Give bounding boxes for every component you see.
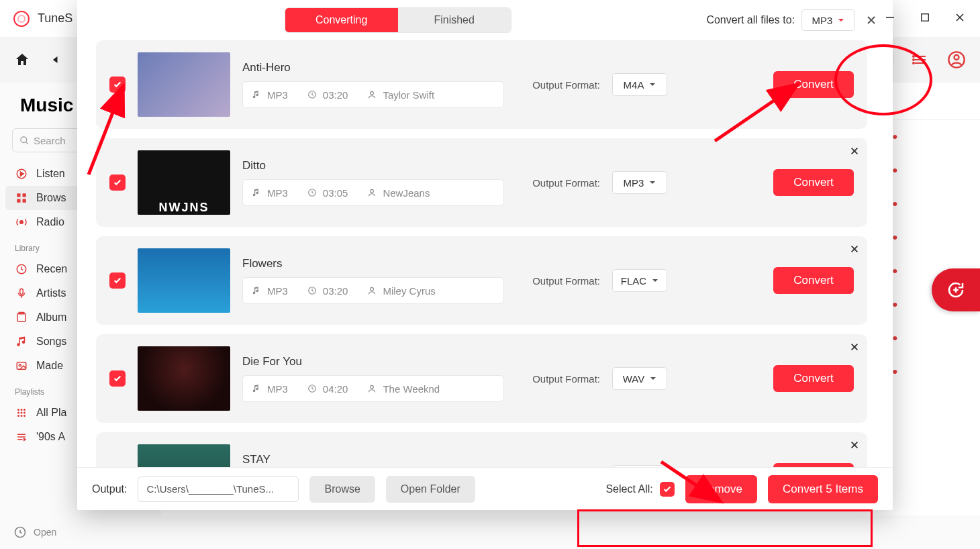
- nav-label: Album: [36, 311, 66, 323]
- select-all[interactable]: Select All:: [605, 482, 674, 497]
- close-modal-button[interactable]: [862, 11, 881, 30]
- minimize-button[interactable]: [882, 9, 898, 26]
- svg-point-8: [21, 136, 27, 142]
- search-icon: [19, 136, 30, 146]
- grid-icon: [15, 192, 28, 204]
- global-format-select[interactable]: MP3: [801, 9, 855, 31]
- track-checkbox[interactable]: [109, 370, 126, 387]
- close-icon: [850, 244, 859, 254]
- convert-all-label: Convert all files to:: [706, 14, 795, 26]
- person-icon: [366, 188, 377, 197]
- output-format-select[interactable]: WAV: [612, 367, 667, 390]
- output-format-label: Output Format:: [532, 79, 600, 91]
- svg-rect-38: [922, 14, 929, 21]
- add-refresh-icon: [946, 280, 966, 300]
- select-all-checkbox[interactable]: [660, 482, 675, 497]
- track-title: Anti-Hero: [242, 61, 508, 74]
- output-format-select[interactable]: M4A: [612, 73, 667, 96]
- svg-point-54: [371, 385, 374, 389]
- tracks-scroll-area[interactable]: Anti-HeroMP303:20Taylor SwiftOutput Form…: [96, 40, 874, 467]
- output-format-select[interactable]: FLAC: [612, 269, 667, 292]
- check-icon: [663, 485, 672, 494]
- output-format-value: M4A: [624, 79, 644, 91]
- modal-footer: Output: C:\Users\________\TuneS... Brows…: [77, 467, 893, 510]
- convert-all-button[interactable]: Convert 5 Items: [768, 475, 878, 503]
- svg-point-25: [17, 412, 19, 414]
- user-icon[interactable]: [946, 50, 967, 70]
- remove-track-button[interactable]: [850, 242, 859, 257]
- track-duration: 03:20: [323, 89, 348, 101]
- svg-point-46: [371, 189, 374, 193]
- convert-button[interactable]: Convert: [773, 463, 854, 467]
- track-title: Ditto: [242, 159, 508, 172]
- album-art: [138, 248, 230, 313]
- chevron-down-icon: [652, 277, 658, 284]
- maximize-button[interactable]: [917, 9, 933, 26]
- output-format-select[interactable]: MP3: [612, 465, 667, 467]
- tab-converting[interactable]: Converting: [285, 8, 398, 32]
- track-meta: MP303:20Miley Cyrus: [242, 277, 504, 304]
- add-floating-button[interactable]: [932, 268, 980, 311]
- remove-button[interactable]: Remove: [685, 475, 757, 503]
- svg-rect-17: [20, 289, 23, 294]
- list-icon[interactable]: [910, 50, 930, 70]
- convert-button[interactable]: Convert: [773, 267, 854, 294]
- modal-header: Converting Finished Convert all files to…: [77, 0, 893, 40]
- nav-label: Artists: [36, 287, 66, 299]
- dots-icon: [15, 407, 28, 419]
- convert-modal: Converting Finished Convert all files to…: [77, 0, 893, 510]
- output-format-select[interactable]: MP3: [612, 171, 667, 194]
- nav-label: '90s A: [36, 431, 65, 443]
- back-icon[interactable]: [47, 51, 64, 68]
- track-checkbox[interactable]: [109, 174, 126, 191]
- bg-footer: Open: [0, 515, 980, 549]
- note-icon: [251, 384, 262, 393]
- svg-point-24: [23, 409, 26, 411]
- nav-label: Songs: [36, 336, 66, 348]
- bg-open-label: Open: [34, 527, 56, 538]
- track-format: MP3: [267, 187, 288, 199]
- note-icon: [251, 286, 262, 295]
- tab-finished[interactable]: Finished: [398, 8, 511, 32]
- output-format-value: FLAC: [621, 275, 646, 287]
- track-duration: 04:20: [323, 383, 348, 395]
- svg-point-21: [19, 364, 21, 366]
- album-art: [138, 444, 230, 467]
- list-icon: [15, 431, 28, 443]
- app-title: TuneS: [38, 11, 72, 26]
- convert-button[interactable]: Convert: [773, 169, 854, 196]
- convert-button[interactable]: Convert: [773, 71, 854, 98]
- track-format: MP3: [267, 89, 288, 101]
- chevron-down-icon: [838, 17, 844, 23]
- open-folder-button[interactable]: Open Folder: [386, 476, 475, 503]
- album-art: [138, 52, 230, 117]
- check-icon: [113, 178, 122, 187]
- svg-point-44: [371, 91, 374, 95]
- remove-track-button[interactable]: [850, 340, 859, 355]
- convert-button[interactable]: Convert: [773, 365, 854, 392]
- output-label: Output:: [92, 483, 127, 495]
- browse-button[interactable]: Browse: [309, 476, 375, 503]
- note-icon: [15, 336, 28, 348]
- svg-point-29: [21, 415, 23, 417]
- track-duration: 03:05: [323, 187, 348, 199]
- svg-point-5: [913, 62, 914, 64]
- chevron-down-icon: [649, 81, 656, 88]
- open-folder-icon: [13, 526, 27, 539]
- output-path[interactable]: C:\Users\________\TuneS...: [138, 477, 299, 502]
- home-icon[interactable]: [13, 51, 31, 68]
- track-checkbox[interactable]: [109, 272, 126, 289]
- track-checkbox[interactable]: [109, 77, 126, 93]
- svg-point-7: [954, 55, 959, 60]
- track-artist: Miley Cyrus: [383, 285, 435, 297]
- track-format: MP3: [267, 383, 288, 395]
- output-format-label: Output Format:: [532, 177, 600, 189]
- nav-label: All Pla: [36, 407, 66, 419]
- remove-track-button[interactable]: [850, 144, 859, 159]
- close-window-button[interactable]: [952, 9, 968, 26]
- track-meta: MP303:05NewJeans: [242, 179, 504, 206]
- remove-track-button[interactable]: [850, 438, 859, 453]
- svg-rect-13: [17, 199, 20, 203]
- close-icon: [866, 15, 877, 26]
- play-icon: [15, 168, 28, 180]
